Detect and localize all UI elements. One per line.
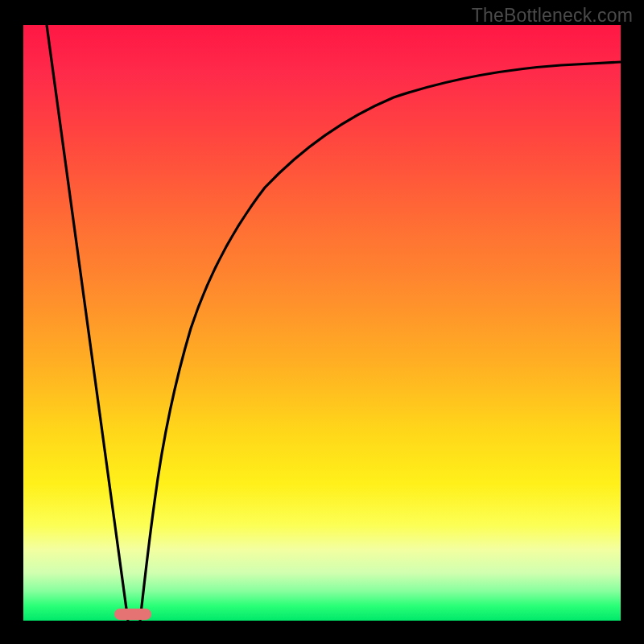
- chart-frame: TheBottleneck.com: [0, 0, 644, 644]
- plot-area: [23, 25, 621, 621]
- curve-right-segment: [140, 62, 621, 621]
- bottleneck-curve: [23, 25, 621, 621]
- curve-left-segment: [47, 25, 128, 621]
- bottleneck-marker: [114, 609, 151, 620]
- watermark-text: TheBottleneck.com: [472, 5, 633, 27]
